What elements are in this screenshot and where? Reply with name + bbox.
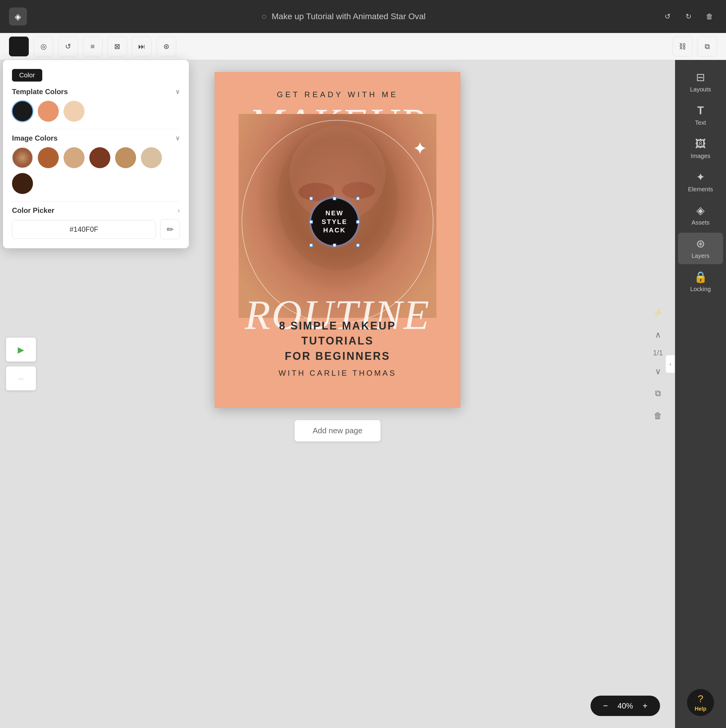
unpin-button[interactable]: ⚡ (650, 304, 666, 321)
template-color-swatches (12, 101, 180, 122)
refresh-button[interactable]: ↺ (58, 37, 78, 57)
divider-2 (12, 201, 180, 202)
color-picker-header: Color Picker › (12, 206, 180, 215)
add-page-button[interactable]: Add new page (294, 420, 381, 442)
template-color-black[interactable] (12, 101, 33, 122)
link-button[interactable]: ⛓ (673, 37, 692, 57)
document-title: ○ Make up Tutorial with Animated Star Ov… (33, 11, 654, 21)
zoom-out-button[interactable]: − (599, 700, 611, 712)
badge-text: NEW STYLE HACK (322, 209, 347, 235)
assets-icon: ◈ (696, 204, 705, 217)
color-panel: Color Template Colors ∨ Image Colors ∨ C… (3, 60, 189, 248)
image-color-4[interactable] (115, 147, 136, 168)
selection-handle-bl (309, 243, 313, 247)
canvas-author-text: WITH CARLIE THOMAS (232, 369, 442, 378)
style-button[interactable]: ◎ (34, 37, 53, 57)
selection-handle-mr (356, 220, 360, 224)
more-icon: ··· (18, 375, 24, 382)
canvas-subtitle[interactable]: 8 SIMPLE MAKEUP TUTORIALS FOR BEGINNERS … (232, 318, 442, 378)
sidebar-item-layouts[interactable]: ⊟ Layouts (678, 66, 723, 98)
selection-handle-tr (356, 197, 360, 200)
sidebar-collapse-button[interactable]: › (665, 355, 675, 373)
sidebar-item-assets[interactable]: ◈ Assets (678, 199, 723, 231)
selection-handle-tl (309, 197, 313, 200)
sidebar-item-locking[interactable]: 🔒 Locking (678, 266, 723, 297)
skip-button[interactable]: ⏭ (132, 37, 152, 57)
zoom-in-button[interactable]: + (639, 700, 651, 712)
title-check-icon: ○ (261, 11, 267, 21)
secondary-toolbar: ◎ ↺ ≡ ⊠ ⏭ ⊛ ⛓ ⧉ (0, 33, 726, 60)
color-button[interactable] (9, 37, 29, 57)
selection-handle-tm (333, 197, 336, 200)
canvas-tools: ⚡ ∧ 1/1 ∨ ⧉ 🗑 (650, 304, 666, 424)
color-picker-arrow: › (177, 206, 180, 215)
selection-handle-bm (333, 243, 336, 247)
canvas-badge-element[interactable]: NEW STYLE HACK (310, 198, 359, 246)
duplicate-page-button[interactable]: ⧉ (650, 385, 666, 401)
eyedropper-button[interactable]: ✏ (160, 219, 180, 239)
right-sidebar: ⊞ Sizes ⊟ Layouts T Text 🖼 Images ✦ Elem… (675, 0, 726, 728)
layouts-icon: ⊟ (696, 71, 705, 84)
copy-button[interactable]: ⧉ (697, 37, 717, 57)
image-color-6[interactable] (12, 173, 33, 194)
preview-more-card[interactable]: ··· (6, 366, 36, 390)
layers-icon: ⊛ (696, 237, 705, 250)
top-bar: ◈ ○ Make up Tutorial with Animated Star … (0, 0, 726, 33)
preview-play-card[interactable]: ▶ (6, 338, 36, 362)
template-color-light[interactable] (64, 101, 84, 122)
selection-handle-br (356, 243, 360, 247)
app-logo[interactable]: ◈ (9, 8, 27, 26)
canvas-inner: GET READY WITH ME MAKEUP (215, 72, 460, 408)
canvas-subtitle-main: 8 SIMPLE MAKEUP TUTORIALS FOR BEGINNERS (232, 318, 442, 364)
elements-icon: ✦ (696, 171, 705, 184)
zoom-value: 40% (617, 701, 633, 711)
move-down-button[interactable]: ∨ (650, 363, 666, 379)
image-colors-collapse[interactable]: ∨ (175, 135, 180, 142)
sidebar-item-images[interactable]: 🖼 Images (678, 133, 723, 164)
image-color-5[interactable] (141, 147, 162, 168)
help-button[interactable]: ? Help (687, 689, 714, 716)
text-icon: T (697, 104, 704, 117)
template-color-peach[interactable] (38, 101, 59, 122)
sidebar-item-text[interactable]: T Text (678, 99, 723, 131)
color-picker-input-row: ✏ (12, 219, 180, 239)
color-tab[interactable]: Color (12, 69, 42, 81)
time-button[interactable]: ⊠ (107, 37, 127, 57)
top-bar-actions: ↺ ↻ 🗑 (660, 9, 717, 24)
divider-1 (12, 129, 180, 129)
layers-toolbar-button[interactable]: ⊛ (156, 37, 176, 57)
sidebar-item-elements[interactable]: ✦ Elements (678, 166, 723, 197)
help-icon: ? (698, 693, 703, 705)
locking-icon: 🔒 (694, 271, 708, 283)
canvas-get-ready-text[interactable]: GET READY WITH ME (277, 90, 398, 99)
help-label: Help (694, 706, 706, 712)
template-colors-header: Template Colors ∨ (12, 87, 180, 96)
redo-button[interactable]: ↻ (681, 9, 696, 24)
image-colors-header: Image Colors ∨ (12, 134, 180, 142)
page-number: 1/1 (650, 349, 666, 357)
left-panel: ▶ ··· (6, 338, 36, 390)
list-button[interactable]: ≡ (83, 37, 102, 57)
design-canvas: GET READY WITH ME MAKEUP (215, 72, 460, 408)
color-hex-input[interactable] (12, 220, 156, 239)
images-icon: 🖼 (695, 138, 706, 150)
play-icon: ▶ (18, 345, 24, 355)
move-up-button[interactable]: ∧ (650, 327, 666, 343)
template-colors-collapse[interactable]: ∨ (175, 88, 180, 95)
delete-button[interactable]: 🗑 (702, 9, 717, 24)
undo-button[interactable]: ↺ (660, 9, 675, 24)
image-color-1[interactable] (38, 147, 59, 168)
delete-page-button[interactable]: 🗑 (650, 407, 666, 424)
eyedropper-icon: ✏ (167, 225, 174, 234)
sidebar-item-layers[interactable]: ⊛ Layers (678, 232, 723, 264)
svg-point-3 (342, 182, 375, 199)
image-color-3[interactable] (89, 147, 110, 168)
image-color-2[interactable] (64, 147, 84, 168)
image-color-swatches (12, 147, 180, 194)
zoom-controls: − 40% + (590, 696, 660, 716)
image-color-photo[interactable] (12, 147, 33, 168)
selection-handle-ml (309, 220, 313, 224)
